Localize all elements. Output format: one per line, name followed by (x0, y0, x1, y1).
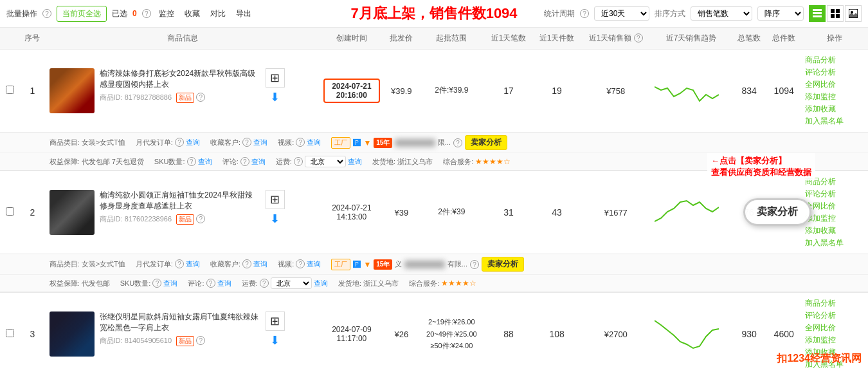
compare-btn[interactable]: 对比 (208, 8, 228, 19)
row2-product-id: 商品ID: 817602238966 新品 ? (100, 214, 260, 225)
row1-add-collect[interactable]: 添加收藏 (805, 104, 864, 115)
row1-product-details: 榆湾辣妹修身打底衫女2024新款早秋韩版高级感显瘦圆领内搭上衣 商品ID: 81… (100, 68, 260, 103)
list-view-btn[interactable] (809, 5, 826, 22)
row2-monthly-query[interactable]: 查询 (186, 260, 200, 268)
collect-btn[interactable]: 收藏 (182, 8, 203, 19)
row1-freight-query[interactable]: 查询 (348, 158, 362, 165)
row2-add-collect[interactable]: 添加收藏 (805, 225, 864, 236)
export-btn[interactable]: 导出 (233, 8, 254, 19)
row1-comment-query[interactable]: 查询 (251, 158, 266, 165)
row3-price-compare[interactable]: 全网比价 (805, 322, 864, 333)
row2-info-sub1-content: 商品类目: 女装>女式T恤 月代发订单: ? 查询 收藏客户: ? 查询 视频:… (46, 254, 868, 275)
row1-comment-help[interactable]: ? (240, 157, 249, 166)
row1-day1-orders: 17 (484, 50, 532, 133)
th-total-orders: 总笔数 (732, 28, 766, 50)
image-view-btn[interactable] (845, 5, 862, 22)
row1-monthly-query[interactable]: 查询 (186, 138, 200, 146)
row2-product-analysis[interactable]: 商品分析 (805, 176, 864, 187)
row2-video-query[interactable]: 查询 (307, 260, 321, 268)
row2-collect-query[interactable]: 查询 (253, 260, 267, 268)
row2-day1-items: 43 (533, 171, 581, 254)
row1-video: 视频: ? 查询 (278, 138, 321, 147)
stat-help-icon[interactable]: ? (580, 9, 589, 18)
row1-add-monitor[interactable]: 添加监控 (805, 91, 864, 102)
row1-sku-query[interactable]: 查询 (198, 158, 212, 165)
row1-video-help[interactable]: ? (296, 138, 305, 147)
row2-seller-analysis-btn[interactable]: 卖家分析 (482, 257, 524, 272)
row2-total-items (766, 171, 801, 254)
selected-help-icon[interactable]: ? (142, 9, 151, 18)
row1-blacklist[interactable]: 加入黑名单 (805, 116, 864, 127)
row2-freight-help[interactable]: ? (260, 279, 269, 288)
row2-qr-area: ⊞ ⬇ (266, 190, 285, 226)
row1-factory-badge: 工厂 (331, 137, 350, 149)
row3-product-analysis[interactable]: 商品分析 (805, 298, 864, 309)
row1-collect-query[interactable]: 查询 (253, 138, 267, 146)
batch-help-icon[interactable]: ? (42, 9, 51, 18)
row3-qr-btn[interactable]: ⊞ (266, 312, 285, 331)
row1-day1-sales: ¥758 (581, 50, 651, 133)
row2-info-sub2-content: 权益保障: 代发包邮 SKU数量: ? 查询 评论: ? 查询 运费: ? 北京… (46, 275, 868, 293)
row2-add-monitor[interactable]: 添加监控 (805, 213, 864, 224)
row1-seller-analysis-btn[interactable]: 卖家分析 (465, 135, 507, 150)
row1-sku-help[interactable]: ? (187, 157, 196, 166)
svg-rect-4 (836, 9, 840, 13)
row2-sku-help[interactable]: ? (152, 279, 161, 288)
row2-collect-help[interactable]: ? (242, 259, 251, 268)
th-day1-items: 近1天件数 (533, 28, 581, 50)
row2-location-select[interactable]: 北京 (271, 277, 312, 289)
row3-new-help[interactable]: ? (196, 336, 205, 345)
row2-freight-query[interactable]: 查询 (314, 279, 328, 287)
grid-view-btn[interactable] (827, 5, 844, 22)
row1-freight-help[interactable]: ? (294, 157, 303, 166)
row1-comment-analysis[interactable]: 评论分析 (805, 67, 864, 78)
period-select[interactable]: 近30天 近7天 近90天 (594, 6, 649, 21)
row1-qr-area: ⊞ ⬇ (266, 68, 285, 104)
row2-blacklist[interactable]: 加入黑名单 (805, 237, 864, 248)
row2-qr-btn[interactable]: ⊞ (266, 190, 285, 209)
sales-help-icon[interactable]: ? (634, 33, 643, 42)
row1-collect-help[interactable]: ? (242, 138, 251, 147)
row2-supplier-help[interactable]: ? (470, 260, 479, 269)
row3-comment-analysis[interactable]: 评论分析 (805, 310, 864, 321)
row1-checkbox[interactable] (6, 86, 14, 94)
row3-download-btn[interactable]: ⬇ (270, 333, 280, 348)
th-total-items: 总件数 (766, 28, 801, 50)
row2-comment-help[interactable]: ? (206, 279, 215, 288)
row3-checkbox[interactable] (6, 329, 14, 337)
row3-add-monitor[interactable]: 添加监控 (805, 335, 864, 346)
row1-qr-btn[interactable]: ⊞ (266, 68, 285, 88)
row2-new-help[interactable]: ? (196, 214, 205, 223)
row2-comment-query[interactable]: 查询 (217, 279, 231, 287)
row1-supplier-help[interactable]: ? (453, 138, 462, 147)
svg-rect-3 (831, 9, 835, 13)
row1-location-select[interactable]: 北京 (305, 156, 346, 167)
row2-created-date: 2024-07-21 14:13:00 (320, 171, 384, 254)
row2-download-btn[interactable]: ⬇ (270, 212, 280, 226)
row2-product-info: 榆湾纯欲小圆领正肩短袖T恤女2024早秋甜辣修身显身度查草感遮肚上衣 商品ID:… (46, 171, 320, 254)
row1-p-icon: 🅿 (353, 138, 361, 147)
sort-select[interactable]: 销售笔数 销售件数 销售额 (691, 6, 752, 21)
row1-price-compare[interactable]: 全网比价 (805, 79, 864, 90)
row1-monthly-help[interactable]: ? (175, 138, 184, 147)
row2-video-help[interactable]: ? (296, 259, 305, 268)
row2-sku-query[interactable]: 查询 (163, 279, 177, 287)
row2-monthly-order: 月代发订单: ? 查询 (136, 259, 200, 269)
row2-checkbox[interactable] (6, 207, 14, 216)
row2-product-details: 榆湾纯欲小圆领正肩短袖T恤女2024早秋甜辣修身显身度查草感遮肚上衣 商品ID:… (100, 190, 260, 225)
row1-info-sub1-content: 商品类目: 女装>女式T恤 月代发订单: ? 查询 收藏客户: ? 查询 视频:… (46, 133, 868, 153)
row1-download-btn[interactable]: ⬇ (270, 90, 280, 104)
row2-price-compare[interactable]: 全网比价 (805, 201, 864, 212)
order-select[interactable]: 降序 升序 (757, 6, 804, 21)
row2-total-orders: 76 (732, 171, 766, 254)
select-all-button[interactable]: 当前页全选 (57, 6, 107, 22)
row2-comment: 评论: ? 查询 (188, 279, 231, 288)
row3-num: 3 (19, 292, 46, 372)
row1-ship-from: 发货地: 浙江义乌市 (372, 157, 433, 167)
row1-new-help[interactable]: ? (196, 93, 205, 102)
row2-monthly-help[interactable]: ? (175, 259, 184, 268)
row1-video-query[interactable]: 查询 (307, 138, 321, 146)
row1-product-analysis[interactable]: 商品分析 (805, 55, 864, 66)
row2-comment-analysis[interactable]: 评论分析 (805, 189, 864, 200)
monitor-btn[interactable]: 监控 (156, 8, 177, 19)
